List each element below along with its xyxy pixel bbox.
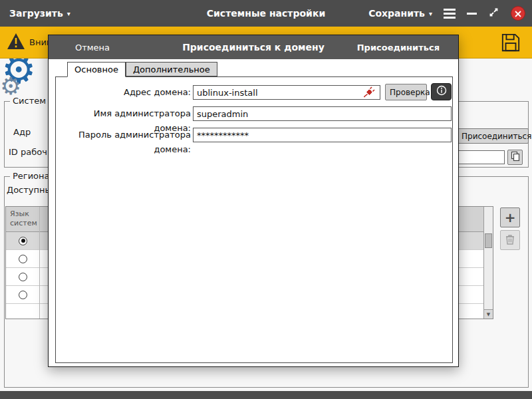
workstation-id-input[interactable] [458, 150, 505, 164]
domain-address-label: Адр [13, 127, 31, 137]
disconnected-plug-icon [363, 86, 375, 101]
check-button[interactable]: Проверка [385, 84, 427, 100]
bottom-bar [0, 391, 532, 399]
radio-unselected[interactable] [19, 255, 27, 263]
available-languages-label: Доступны [7, 185, 52, 195]
dialog-tabs: Основное Дополнительное [67, 62, 217, 77]
copy-icon [510, 154, 521, 164]
chevron-down-icon: ▾ [429, 10, 432, 17]
load-menu-label: Загрузить [9, 8, 63, 19]
radio-selected[interactable] [19, 237, 27, 245]
close-button[interactable] [511, 6, 525, 21]
save-menu-label: Сохранить [368, 8, 425, 19]
admin-name-input[interactable] [193, 106, 452, 121]
dialog-header: Отмена Присоединиться к домену Присоедин… [49, 35, 458, 59]
dialog-panel: Адрес домена: Проверка Имя администратор… [55, 76, 453, 363]
save-floppy-icon[interactable] [501, 33, 521, 55]
radio-unselected[interactable] [19, 273, 27, 281]
info-button[interactable] [431, 83, 452, 100]
scrollbar-down-arrow[interactable]: ▼ [484, 309, 493, 319]
column-divider [39, 207, 40, 319]
topbar-controls: Сохранить ▾ [368, 6, 525, 21]
trash-icon [505, 234, 515, 247]
domain-address-label: Адрес домена: [56, 85, 191, 100]
close-icon [515, 7, 521, 20]
gear-icon: ⚙ [0, 74, 21, 98]
chevron-down-icon: ▾ [67, 10, 70, 17]
expand-icon[interactable] [488, 7, 499, 21]
copy-button[interactable] [507, 150, 523, 165]
add-language-button[interactable]: + [500, 207, 520, 227]
info-icon [436, 85, 447, 98]
plus-icon: + [505, 211, 516, 224]
system-group-label: Систем [10, 96, 49, 106]
tab-main[interactable]: Основное [67, 62, 126, 77]
scrollbar-thumb[interactable] [485, 233, 492, 248]
join-domain-dialog: Отмена Присоединиться к домену Присоедин… [48, 35, 459, 367]
join-button[interactable]: Присоединиться [357, 43, 440, 53]
minimize-icon[interactable] [467, 13, 477, 15]
domain-address-input[interactable] [193, 85, 380, 100]
system-settings-screen: Загрузить ▾ Системные настройки Сохранит… [0, 0, 532, 399]
warning-icon [7, 33, 25, 53]
table-scrollbar[interactable]: ▼ [483, 207, 493, 319]
tab-additional[interactable]: Дополнительное [126, 62, 217, 76]
save-menu-button[interactable]: Сохранить ▾ [368, 8, 432, 19]
radio-unselected[interactable] [19, 291, 27, 299]
workstation-id-label: ID рабоч [9, 147, 47, 157]
admin-password-label: Пароль администратора домена: [56, 128, 191, 157]
load-menu-button[interactable]: Загрузить ▾ [9, 8, 70, 19]
cancel-button[interactable]: Отмена [75, 43, 110, 53]
join-domain-button[interactable]: Присоединиться [457, 128, 529, 144]
hamburger-menu-icon[interactable] [444, 9, 456, 19]
topbar: Загрузить ▾ Системные настройки Сохранит… [0, 0, 532, 27]
admin-password-input[interactable] [193, 128, 452, 142]
delete-language-button[interactable] [500, 230, 520, 250]
